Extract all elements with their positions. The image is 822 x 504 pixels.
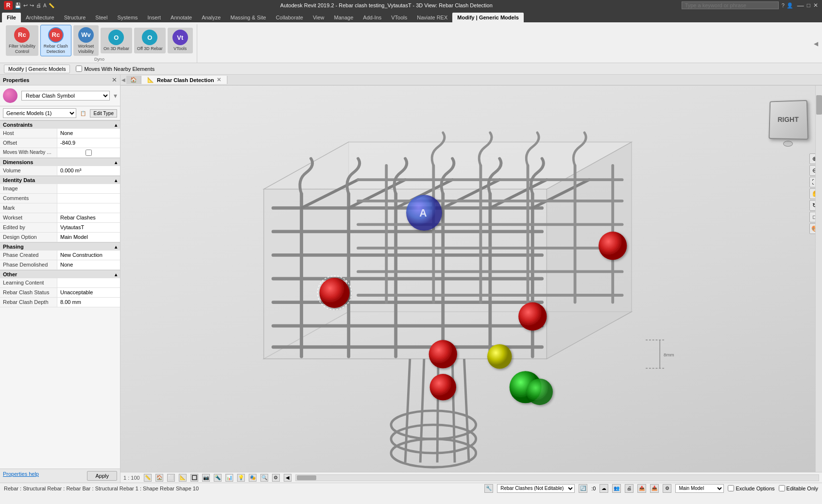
- viewport-canvas[interactable]: A 8mm RIGHT: [120, 85, 822, 472]
- tab-structure[interactable]: Structure: [59, 13, 91, 22]
- sync-btn[interactable]: 🔄: [579, 484, 587, 493]
- viewport-tab-home[interactable]: 🏠: [126, 76, 141, 84]
- clash-sphere-red-1[interactable]: [319, 278, 349, 308]
- edit-type-button[interactable]: Edit Type: [90, 109, 117, 118]
- clash-sphere-yellow-1[interactable]: [487, 344, 512, 369]
- viewport-toggle-8[interactable]: 💡: [237, 474, 245, 482]
- properties-close-button[interactable]: ✕: [112, 76, 117, 84]
- type-dropdown[interactable]: Rebar Clash Symbol: [21, 91, 110, 101]
- vscroll-thumb[interactable]: [816, 95, 822, 115]
- off3d-rebar-button[interactable]: O Off 3D Rebar: [134, 28, 166, 53]
- workset-select[interactable]: Rebar Clashes (Not Editable): [497, 484, 575, 493]
- viewport-toggle-5[interactable]: 📷: [202, 474, 210, 482]
- viewport-vertical-scrollbar[interactable]: [815, 85, 822, 472]
- help-icon[interactable]: ?: [782, 2, 785, 8]
- moves-checkbox[interactable]: [60, 150, 117, 156]
- tab-vtools[interactable]: VTools: [386, 13, 412, 22]
- constraints-section-header[interactable]: Constraints ▴: [0, 120, 120, 129]
- viewport-tab-close[interactable]: ✕: [217, 77, 221, 83]
- properties-help-link[interactable]: Properties help: [3, 471, 39, 481]
- viewport-toggle-12[interactable]: ◀: [284, 474, 291, 482]
- undo-icon[interactable]: ↩: [23, 2, 28, 9]
- tab-view[interactable]: View: [308, 13, 329, 22]
- viewport-toggle-11[interactable]: ⚙: [272, 474, 280, 482]
- view-cube-right-face[interactable]: RIGHT: [769, 100, 808, 140]
- prop-offset-value[interactable]: -840.9: [57, 138, 120, 148]
- identity-section-header[interactable]: Identity Data ▴: [0, 176, 120, 184]
- clash-sphere-red-3[interactable]: [429, 340, 457, 368]
- clash-sphere-green-2[interactable]: [527, 379, 553, 405]
- rebar-clash-button[interactable]: Rc Rebar ClashDetection: [40, 25, 71, 57]
- export-btn[interactable]: 📤: [637, 484, 646, 493]
- viewport-toggle-4[interactable]: 🔲: [190, 474, 198, 482]
- tab-systems[interactable]: Systems: [112, 13, 142, 22]
- instance-select[interactable]: Generic Models (1): [3, 108, 76, 118]
- other-section-header[interactable]: Other ▴: [0, 270, 120, 278]
- phasing-section-header[interactable]: Phasing ▴: [0, 242, 120, 251]
- apply-button[interactable]: Apply: [87, 471, 117, 481]
- ribbon-collapse-btn[interactable]: ◀: [812, 24, 820, 63]
- modify-mode-button[interactable]: Modify | Generic Models: [4, 65, 70, 73]
- clash-sphere-red-5[interactable]: [599, 232, 627, 260]
- tab-massing[interactable]: Massing & Site: [225, 13, 271, 22]
- type-dropdown-arrow[interactable]: ▾: [114, 92, 117, 100]
- user-icon[interactable]: 👤: [787, 2, 793, 9]
- tab-manage[interactable]: Manage: [329, 13, 359, 22]
- tab-modify[interactable]: Modify | Generic Models: [452, 13, 524, 22]
- dimensions-section-header[interactable]: Dimensions ▴: [0, 158, 120, 166]
- cloud-btn[interactable]: ☁: [599, 484, 608, 493]
- hscroll-thumb[interactable]: [297, 475, 316, 480]
- tab-naviate[interactable]: Naviate REX: [412, 13, 452, 22]
- tab-analyze[interactable]: Analyze: [197, 13, 225, 22]
- moves-nearby-checkbox[interactable]: Moves With Nearby Elements: [76, 66, 154, 72]
- worksharing-btn[interactable]: 👥: [612, 484, 621, 493]
- model-select[interactable]: Main Model: [675, 484, 724, 493]
- prop-moves-value[interactable]: [57, 148, 120, 157]
- viewport-toggle-2[interactable]: ⬜: [167, 474, 175, 482]
- tab-collaborate[interactable]: Collaborate: [271, 13, 308, 22]
- exclude-options-checkbox[interactable]: [728, 485, 734, 491]
- maximize-button[interactable]: □: [807, 2, 810, 9]
- editable-only-checkbox[interactable]: [779, 485, 785, 491]
- scale-btn[interactable]: 📏: [144, 474, 152, 482]
- viewport-toggle-10[interactable]: 🔍: [260, 474, 268, 482]
- minimize-button[interactable]: —: [797, 1, 804, 9]
- viewport-tab-rebar-clash[interactable]: 📐 Rebar Clash Detection ✕: [141, 76, 227, 84]
- editable-only-label[interactable]: Editable Only: [779, 485, 818, 491]
- print-btn[interactable]: 🖨: [625, 484, 634, 493]
- filter-visibility-button[interactable]: Rc Filter VisibilityControl: [6, 25, 38, 56]
- exclude-options-label[interactable]: Exclude Options: [728, 485, 774, 491]
- tab-steel[interactable]: Steel: [90, 13, 112, 22]
- redo-icon[interactable]: ↪: [30, 2, 34, 9]
- close-button[interactable]: ✕: [813, 2, 818, 9]
- viewport-toggle-7[interactable]: 📊: [225, 474, 233, 482]
- print-icon[interactable]: 🖨: [36, 2, 41, 8]
- view-cube-compass[interactable]: [783, 141, 793, 147]
- on3d-rebar-button[interactable]: O On 3D Rebar: [101, 28, 132, 53]
- viewport-toggle-3[interactable]: 📐: [179, 474, 187, 482]
- viewport-toggle-6[interactable]: 🔦: [214, 474, 222, 482]
- tab-architecture[interactable]: Architecture: [21, 13, 59, 22]
- viewport-toggle-9[interactable]: 🎭: [249, 474, 257, 482]
- workset-icon-btn[interactable]: 🔧: [484, 484, 493, 493]
- clash-sphere-red-4[interactable]: [430, 374, 456, 400]
- settings-btn-1[interactable]: ⚙: [663, 484, 671, 493]
- global-search-input[interactable]: [682, 1, 779, 9]
- tab-insert[interactable]: Insert: [143, 13, 166, 22]
- annotate-mode-icon[interactable]: A: [43, 3, 47, 8]
- import-btn[interactable]: 📥: [650, 484, 659, 493]
- quick-save-icon[interactable]: 💾: [15, 2, 21, 9]
- clash-sphere-red-2[interactable]: [518, 302, 547, 331]
- tab-file[interactable]: File: [2, 13, 21, 22]
- viewport-left-arrow[interactable]: ◀: [120, 77, 126, 83]
- view-cube[interactable]: RIGHT: [769, 100, 807, 139]
- viewport-horizontal-scrollbar[interactable]: [295, 474, 819, 481]
- moves-nearby-input[interactable]: [76, 66, 82, 72]
- measure-icon[interactable]: 📏: [49, 3, 54, 8]
- viewport-toggle-1[interactable]: 🏠: [155, 474, 163, 482]
- tab-annotate[interactable]: Annotate: [166, 13, 197, 22]
- vtools-button[interactable]: Vt VTools: [168, 28, 193, 53]
- workset-visibility-button[interactable]: Wv WorksetVisibility: [73, 25, 99, 56]
- prop-phase-demolished-label: Phase Demolished: [0, 260, 57, 269]
- tab-addins[interactable]: Add-Ins: [358, 13, 386, 22]
